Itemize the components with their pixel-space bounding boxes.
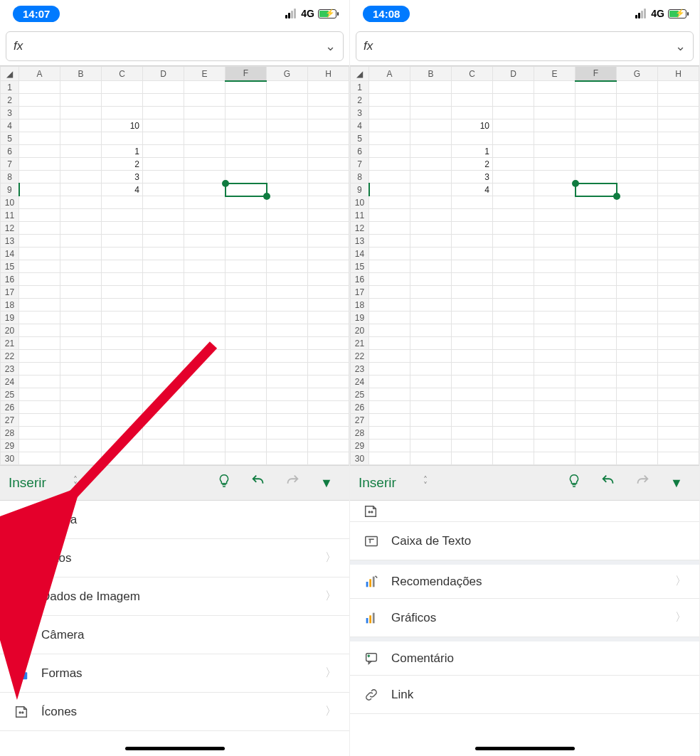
cell-C11[interactable] [102, 209, 143, 222]
cell-H5[interactable] [308, 132, 349, 145]
row-header-5[interactable]: 5 [351, 132, 369, 145]
cell-A10[interactable] [369, 196, 410, 209]
cell-E8[interactable] [534, 171, 576, 183]
formula-bar[interactable]: fx ⌄ [356, 31, 694, 61]
cell-D22[interactable] [493, 350, 534, 363]
cell-A20[interactable] [19, 324, 60, 337]
cell-E3[interactable] [534, 107, 576, 119]
cell-E17[interactable] [534, 286, 576, 299]
cell-F22[interactable] [226, 350, 267, 363]
cell-G12[interactable] [617, 222, 658, 235]
row-header-30[interactable]: 30 [351, 452, 369, 465]
row-header-2[interactable]: 2 [351, 94, 369, 107]
cell-C24[interactable] [102, 376, 143, 388]
cell-D24[interactable] [493, 376, 534, 388]
cell-C26[interactable] [102, 401, 143, 414]
cell-B18[interactable] [60, 299, 102, 312]
col-header-B[interactable]: B [60, 67, 102, 81]
cell-F23[interactable] [226, 363, 267, 376]
cell-D2[interactable] [493, 94, 534, 107]
updown-icon[interactable]: ˄˅ [423, 477, 428, 489]
cell-E20[interactable] [534, 324, 576, 337]
cell-G23[interactable] [617, 363, 658, 376]
cell-D17[interactable] [493, 286, 534, 299]
cell-G6[interactable] [617, 145, 658, 158]
cell-E4[interactable] [534, 119, 576, 132]
cell-G24[interactable] [617, 376, 658, 388]
cell-A25[interactable] [369, 388, 410, 401]
cell-D7[interactable] [143, 158, 184, 171]
cell-F29[interactable] [576, 440, 617, 452]
cell-G11[interactable] [267, 209, 308, 222]
cell-E7[interactable] [184, 158, 226, 171]
cell-B30[interactable] [60, 452, 102, 465]
cell-F28[interactable] [576, 427, 617, 440]
cell-E13[interactable] [184, 235, 226, 247]
cell-B6[interactable] [410, 145, 452, 158]
cell-B29[interactable] [60, 440, 102, 452]
cell-G29[interactable] [617, 440, 658, 452]
cell-E23[interactable] [534, 363, 576, 376]
cell-D21[interactable] [143, 337, 184, 350]
cell-C5[interactable] [452, 132, 493, 145]
cell-D18[interactable] [143, 299, 184, 312]
cell-B16[interactable] [410, 273, 452, 286]
cell-B26[interactable] [60, 401, 102, 414]
cell-B27[interactable] [410, 414, 452, 427]
row-header-18[interactable]: 18 [351, 299, 369, 312]
cell-C24[interactable] [452, 376, 493, 388]
cell-B2[interactable] [410, 94, 452, 107]
cell-B15[interactable] [60, 260, 102, 273]
row-header-25[interactable]: 25 [1, 388, 19, 401]
cell-B16[interactable] [60, 273, 102, 286]
cell-H25[interactable] [308, 388, 349, 401]
cell-A30[interactable] [19, 452, 60, 465]
cell-G25[interactable] [267, 388, 308, 401]
cell-C21[interactable] [102, 337, 143, 350]
cell-C25[interactable] [452, 388, 493, 401]
cell-H23[interactable] [658, 363, 699, 376]
cell-F21[interactable] [226, 337, 267, 350]
col-header-A[interactable]: A [19, 67, 60, 81]
cell-A25[interactable] [19, 388, 60, 401]
cell-E6[interactable] [534, 145, 576, 158]
cell-A12[interactable] [19, 222, 60, 235]
cell-H19[interactable] [658, 312, 699, 324]
cell-A24[interactable] [19, 376, 60, 388]
cell-G9[interactable] [267, 183, 308, 196]
cell-B28[interactable] [410, 427, 452, 440]
cell-H29[interactable] [308, 440, 349, 452]
cell-F4[interactable] [226, 119, 267, 132]
row-header-15[interactable]: 15 [351, 260, 369, 273]
cell-C15[interactable] [452, 260, 493, 273]
menu-item-graficos[interactable]: Gráficos 〉 [350, 599, 699, 637]
cell-F24[interactable] [576, 376, 617, 388]
row-header-6[interactable]: 6 [1, 145, 19, 158]
cell-C23[interactable] [102, 363, 143, 376]
cell-C10[interactable] [452, 196, 493, 209]
cell-C30[interactable] [452, 452, 493, 465]
row-header-7[interactable]: 7 [351, 158, 369, 171]
cell-H28[interactable] [308, 427, 349, 440]
cell-C16[interactable] [452, 273, 493, 286]
menu-item-tabela[interactable]: Tabela [0, 501, 349, 539]
cell-G12[interactable] [267, 222, 308, 235]
cell-C21[interactable] [452, 337, 493, 350]
col-header-D[interactable]: D [143, 67, 184, 81]
cell-G28[interactable] [267, 427, 308, 440]
cell-H30[interactable] [658, 452, 699, 465]
cell-E30[interactable] [184, 452, 226, 465]
cell-A23[interactable] [369, 363, 410, 376]
cell-B2[interactable] [60, 94, 102, 107]
cell-E3[interactable] [184, 107, 226, 119]
cell-C3[interactable] [102, 107, 143, 119]
cell-A8[interactable] [19, 171, 60, 183]
row-header-20[interactable]: 20 [351, 324, 369, 337]
cell-F24[interactable] [226, 376, 267, 388]
row-header-8[interactable]: 8 [351, 171, 369, 183]
cell-B19[interactable] [410, 312, 452, 324]
cell-H7[interactable] [658, 158, 699, 171]
cell-A14[interactable] [19, 247, 60, 260]
cell-E10[interactable] [534, 196, 576, 209]
cell-B10[interactable] [60, 196, 102, 209]
